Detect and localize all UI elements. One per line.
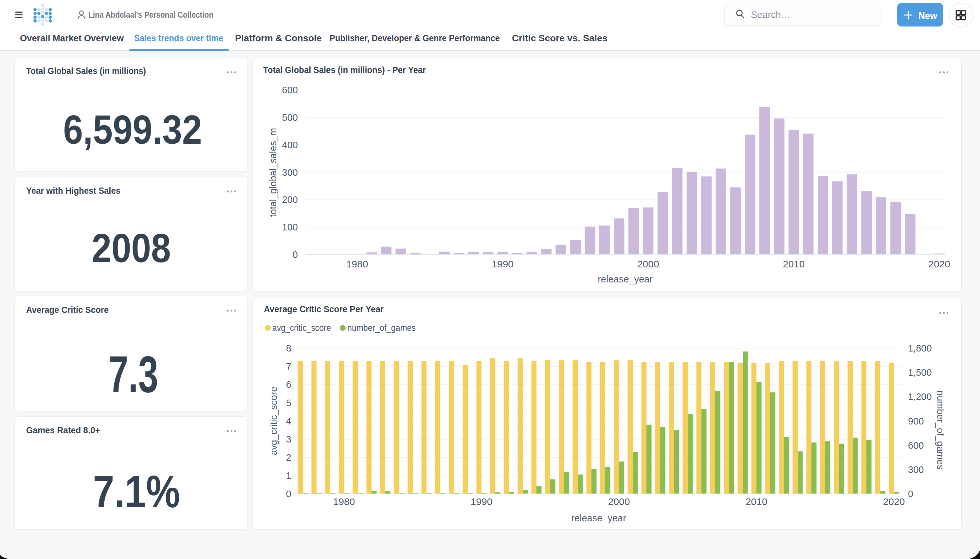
svg-text:release_year: release_year <box>598 274 653 284</box>
svg-text:7.3: 7.3 <box>108 345 159 403</box>
svg-text:avg_critic_score: avg_critic_score <box>272 323 331 333</box>
svg-text:Sales trends over time: Sales trends over time <box>134 33 223 43</box>
svg-text:Publisher, Developer & Genre P: Publisher, Developer & Genre Performance <box>330 33 500 43</box>
svg-text:8: 8 <box>286 343 291 354</box>
svg-text:0: 0 <box>286 489 291 499</box>
svg-text:4: 4 <box>286 416 291 427</box>
svg-text:number_of_games: number_of_games <box>347 323 416 333</box>
svg-text:2: 2 <box>286 452 291 463</box>
svg-text:1990: 1990 <box>492 258 514 270</box>
svg-text:2010: 2010 <box>783 258 805 270</box>
svg-text:1,800: 1,800 <box>908 343 932 354</box>
svg-text:New: New <box>919 10 937 22</box>
svg-text:500: 500 <box>282 112 298 123</box>
svg-text:6: 6 <box>286 379 291 390</box>
svg-text:2000: 2000 <box>608 496 630 507</box>
svg-text:1980: 1980 <box>333 496 355 507</box>
svg-text:Critic Score vs. Sales: Critic Score vs. Sales <box>512 33 608 43</box>
svg-text:total_global_sales_m: total_global_sales_m <box>268 128 278 217</box>
svg-text:600: 600 <box>282 85 298 95</box>
svg-text:300: 300 <box>908 465 924 475</box>
svg-text:900: 900 <box>908 416 924 427</box>
svg-text:0: 0 <box>293 250 298 260</box>
svg-text:1980: 1980 <box>346 258 368 270</box>
svg-text:600: 600 <box>908 440 924 451</box>
svg-text:Search…: Search… <box>751 10 790 20</box>
svg-text:3: 3 <box>286 434 291 445</box>
svg-text:release_year: release_year <box>571 513 626 523</box>
svg-text:2008: 2008 <box>92 225 171 271</box>
svg-text:Platform & Console: Platform & Console <box>235 33 322 43</box>
svg-text:2020: 2020 <box>883 496 905 507</box>
svg-text:200: 200 <box>282 194 298 205</box>
svg-text:2020: 2020 <box>928 258 950 270</box>
svg-text:400: 400 <box>282 140 298 150</box>
svg-text:Lina Abdelaal's Personal Colle: Lina Abdelaal's Personal Collection <box>88 10 213 20</box>
svg-text:6,599.32: 6,599.32 <box>63 107 202 152</box>
svg-text:2010: 2010 <box>745 496 768 507</box>
svg-text:100: 100 <box>282 222 298 232</box>
svg-text:2000: 2000 <box>637 258 659 270</box>
svg-text:Overall Market Overview: Overall Market Overview <box>20 33 124 43</box>
svg-text:7: 7 <box>286 361 291 372</box>
svg-text:1990: 1990 <box>471 496 492 507</box>
svg-text:1: 1 <box>286 470 291 481</box>
svg-text:1,200: 1,200 <box>908 392 932 402</box>
svg-text:number_of_games: number_of_games <box>935 390 945 470</box>
svg-text:5: 5 <box>286 398 291 408</box>
svg-text:1,500: 1,500 <box>908 367 932 378</box>
svg-text:7.1%: 7.1% <box>93 466 180 517</box>
svg-text:avg_critic_score: avg_critic_score <box>268 387 279 455</box>
svg-text:0: 0 <box>908 489 913 499</box>
svg-text:300: 300 <box>282 167 298 178</box>
